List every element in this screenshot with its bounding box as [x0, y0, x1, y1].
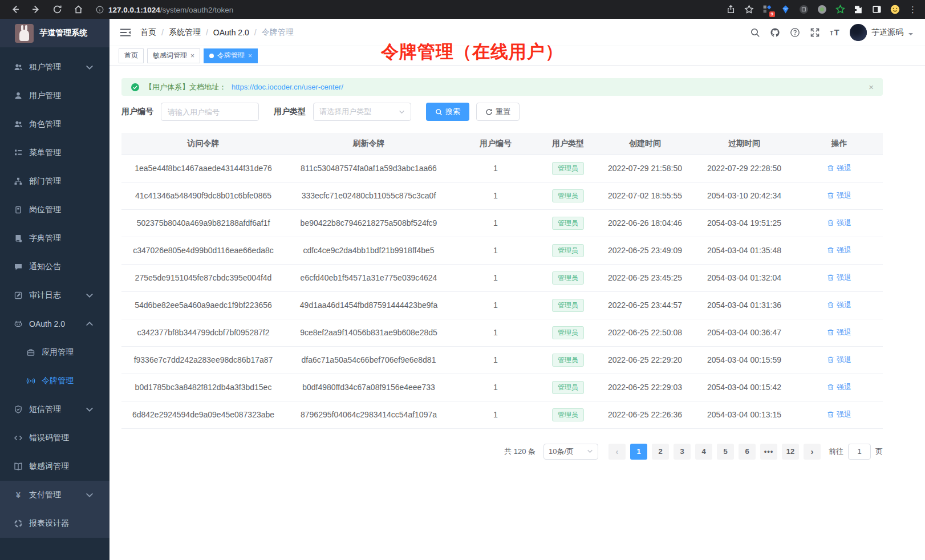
sidebar-item-11[interactable]: 令牌管理: [0, 367, 109, 395]
force-logout-label: 强退: [837, 355, 851, 365]
sidebar-item-15[interactable]: ¥支付管理: [0, 481, 109, 509]
font-size-icon[interactable]: TT: [830, 27, 840, 38]
site-info-icon[interactable]: [96, 6, 104, 14]
force-logout-button[interactable]: 强退: [827, 300, 851, 310]
reset-button[interactable]: 重置: [476, 103, 520, 121]
url-host: 127.0.0.1:1024: [108, 6, 160, 14]
cell-created-time: 2022-06-25 23:49:09: [597, 237, 693, 264]
force-logout-button[interactable]: 强退: [827, 218, 851, 228]
browser-reload-icon[interactable]: [52, 5, 62, 14]
goto-page-input[interactable]: [848, 444, 871, 460]
browser-menu-icon[interactable]: ⋮: [908, 5, 917, 15]
browser-back-icon[interactable]: [10, 5, 20, 14]
tab-2[interactable]: 令牌管理×: [204, 48, 258, 63]
cell-created-time: 2022-06-25 22:29:20: [597, 346, 693, 374]
page-button-2[interactable]: 2: [652, 444, 669, 460]
next-page-button[interactable]: ›: [804, 444, 821, 460]
page-button-12[interactable]: 12: [782, 444, 799, 460]
user-id-input[interactable]: [161, 103, 259, 121]
cell-access-token: 275e5de9151045fe87cbdc395e004f4d: [121, 264, 285, 291]
share-icon[interactable]: [726, 5, 736, 14]
column-header: 过期时间: [693, 133, 796, 155]
force-logout-button[interactable]: 强退: [827, 355, 851, 365]
sidebar-item-16[interactable]: 报表设计器: [0, 509, 109, 538]
github-icon[interactable]: [770, 27, 780, 38]
breadcrumb-item-3: 令牌管理: [262, 27, 294, 38]
page-button-3[interactable]: 3: [674, 444, 691, 460]
column-header: 用户编号: [452, 133, 539, 155]
alert-close-icon[interactable]: ×: [869, 82, 874, 92]
profile-emoji-icon[interactable]: [890, 5, 900, 14]
force-logout-button[interactable]: 强退: [827, 409, 851, 420]
success-check-icon: [131, 83, 140, 92]
force-logout-button[interactable]: 强退: [827, 327, 851, 338]
cell-user-id: 1: [452, 346, 539, 374]
force-logout-button[interactable]: 强退: [827, 245, 851, 255]
prev-page-button[interactable]: ‹: [608, 444, 626, 460]
sidebar-item-14[interactable]: 敏感词管理: [0, 452, 109, 481]
sidebar-item-7[interactable]: 通知公告: [0, 253, 109, 281]
user-type-badge: 管理员: [552, 217, 584, 230]
force-logout-label: 强退: [837, 218, 851, 228]
cell-refresh-token: dfa6c71a50a54c66bef706ef9e6e8d81: [285, 346, 452, 374]
page-button-6[interactable]: 6: [739, 444, 756, 460]
search-icon[interactable]: [750, 27, 760, 38]
side-panel-icon[interactable]: [872, 5, 882, 14]
doc-link[interactable]: https://doc.iocoder.cn/user-center/: [232, 83, 343, 91]
search-button-label: 搜索: [445, 107, 460, 117]
sidebar-collapse-icon[interactable]: [120, 27, 131, 38]
sidebar-item-8[interactable]: 审计日志: [0, 281, 109, 310]
user-type-badge: 管理员: [552, 271, 584, 285]
force-logout-button[interactable]: 强退: [827, 163, 851, 173]
tab-1[interactable]: 敏感词管理×: [147, 48, 200, 63]
sidebar-item-3[interactable]: 菜单管理: [0, 139, 109, 167]
sidebar-item-label: 令牌管理: [42, 376, 74, 386]
tab-close-icon[interactable]: ×: [248, 52, 252, 60]
user-menu[interactable]: 芋道源码: [850, 24, 914, 41]
page-button-1[interactable]: 1: [630, 444, 647, 460]
address-bar[interactable]: 127.0.0.1:1024/system/oauth2/token: [96, 5, 726, 15]
app-logo-row[interactable]: 芋道管理系统: [0, 19, 109, 47]
breadcrumb-item-0[interactable]: 首页: [140, 27, 156, 38]
help-icon[interactable]: [790, 27, 800, 38]
sidebar-item-0[interactable]: 租户管理: [0, 53, 109, 82]
record-extension-icon[interactable]: [817, 5, 827, 14]
tab-0[interactable]: 首页: [119, 48, 144, 63]
user-type-select[interactable]: 请选择用户类型: [313, 103, 411, 121]
extension-grid-icon[interactable]: 9: [762, 5, 772, 14]
force-logout-button[interactable]: 强退: [827, 273, 851, 283]
puzzle-extensions-icon[interactable]: [854, 5, 863, 14]
page-button-4[interactable]: 4: [695, 444, 712, 460]
breadcrumb-item-1[interactable]: 系统管理: [169, 27, 201, 38]
cell-action: 强退: [796, 237, 883, 264]
trash-icon: [827, 274, 834, 281]
trash-icon: [827, 356, 834, 363]
browser-home-icon[interactable]: [74, 5, 83, 14]
page-size-select[interactable]: 10条/页: [543, 444, 598, 460]
sidebar-item-9[interactable]: OAuth 2.0: [0, 310, 109, 338]
search-button[interactable]: 搜索: [426, 103, 469, 121]
cell-refresh-token: b0df4980ffd34c67a08f9156e4eee733: [285, 374, 452, 401]
force-logout-button[interactable]: 强退: [827, 382, 851, 392]
command-extension-icon[interactable]: [799, 5, 809, 14]
sidebar-item-12[interactable]: 短信管理: [0, 395, 109, 424]
sidebar-item-13[interactable]: 错误码管理: [0, 424, 109, 452]
sidebar-item-5[interactable]: 岗位管理: [0, 196, 109, 224]
fullscreen-icon[interactable]: [810, 27, 820, 38]
cell-action: 强退: [796, 182, 883, 209]
green-star-extension-icon[interactable]: [835, 5, 845, 14]
bookmark-star-icon[interactable]: [744, 5, 754, 14]
sidebar-item-6[interactable]: 字典管理: [0, 224, 109, 253]
gem-extension-icon[interactable]: [781, 5, 790, 14]
sidebar-item-2[interactable]: 角色管理: [0, 110, 109, 139]
more-pages-button[interactable]: •••: [760, 444, 777, 460]
user-type-badge: 管理员: [552, 189, 584, 202]
sidebar-item-1[interactable]: 用户管理: [0, 82, 109, 110]
breadcrumb-item-2[interactable]: OAuth 2.0: [213, 28, 249, 37]
sidebar-item-10[interactable]: 应用管理: [0, 338, 109, 367]
tab-close-icon[interactable]: ×: [190, 52, 194, 60]
force-logout-button[interactable]: 强退: [827, 190, 851, 201]
sidebar-item-4[interactable]: 部门管理: [0, 167, 109, 196]
browser-forward-icon[interactable]: [31, 5, 41, 14]
page-button-5[interactable]: 5: [717, 444, 734, 460]
